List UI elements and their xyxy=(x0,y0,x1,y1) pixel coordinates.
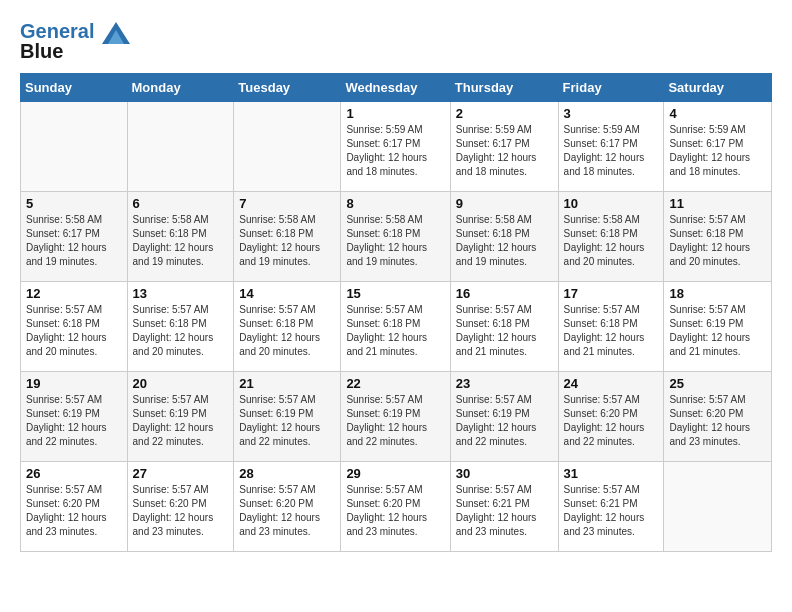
calendar-cell: 4Sunrise: 5:59 AM Sunset: 6:17 PM Daylig… xyxy=(664,101,772,191)
day-number: 4 xyxy=(669,106,766,121)
day-number: 16 xyxy=(456,286,553,301)
day-info: Sunrise: 5:58 AM Sunset: 6:18 PM Dayligh… xyxy=(133,213,229,269)
day-number: 27 xyxy=(133,466,229,481)
calendar-cell: 17Sunrise: 5:57 AM Sunset: 6:18 PM Dayli… xyxy=(558,281,664,371)
day-info: Sunrise: 5:58 AM Sunset: 6:18 PM Dayligh… xyxy=(456,213,553,269)
weekday-header: Tuesday xyxy=(234,73,341,101)
day-number: 15 xyxy=(346,286,444,301)
day-info: Sunrise: 5:57 AM Sunset: 6:21 PM Dayligh… xyxy=(456,483,553,539)
day-number: 18 xyxy=(669,286,766,301)
day-number: 31 xyxy=(564,466,659,481)
day-info: Sunrise: 5:57 AM Sunset: 6:20 PM Dayligh… xyxy=(346,483,444,539)
calendar-cell: 23Sunrise: 5:57 AM Sunset: 6:19 PM Dayli… xyxy=(450,371,558,461)
calendar-cell: 9Sunrise: 5:58 AM Sunset: 6:18 PM Daylig… xyxy=(450,191,558,281)
day-info: Sunrise: 5:57 AM Sunset: 6:19 PM Dayligh… xyxy=(669,303,766,359)
day-info: Sunrise: 5:57 AM Sunset: 6:19 PM Dayligh… xyxy=(456,393,553,449)
day-info: Sunrise: 5:59 AM Sunset: 6:17 PM Dayligh… xyxy=(346,123,444,179)
logo: General Blue xyxy=(20,20,130,63)
day-info: Sunrise: 5:57 AM Sunset: 6:20 PM Dayligh… xyxy=(133,483,229,539)
day-number: 22 xyxy=(346,376,444,391)
calendar-cell: 2Sunrise: 5:59 AM Sunset: 6:17 PM Daylig… xyxy=(450,101,558,191)
day-number: 21 xyxy=(239,376,335,391)
page-header: General Blue xyxy=(20,20,772,63)
day-number: 30 xyxy=(456,466,553,481)
calendar-cell: 27Sunrise: 5:57 AM Sunset: 6:20 PM Dayli… xyxy=(127,461,234,551)
day-number: 8 xyxy=(346,196,444,211)
calendar-cell: 18Sunrise: 5:57 AM Sunset: 6:19 PM Dayli… xyxy=(664,281,772,371)
day-number: 20 xyxy=(133,376,229,391)
day-number: 23 xyxy=(456,376,553,391)
calendar-cell xyxy=(21,101,128,191)
calendar-table: SundayMondayTuesdayWednesdayThursdayFrid… xyxy=(20,73,772,552)
day-info: Sunrise: 5:57 AM Sunset: 6:20 PM Dayligh… xyxy=(669,393,766,449)
weekday-header: Saturday xyxy=(664,73,772,101)
calendar-cell: 16Sunrise: 5:57 AM Sunset: 6:18 PM Dayli… xyxy=(450,281,558,371)
calendar-cell: 1Sunrise: 5:59 AM Sunset: 6:17 PM Daylig… xyxy=(341,101,450,191)
calendar-cell xyxy=(234,101,341,191)
day-number: 26 xyxy=(26,466,122,481)
day-number: 1 xyxy=(346,106,444,121)
day-info: Sunrise: 5:59 AM Sunset: 6:17 PM Dayligh… xyxy=(669,123,766,179)
calendar-cell: 25Sunrise: 5:57 AM Sunset: 6:20 PM Dayli… xyxy=(664,371,772,461)
calendar-week-row: 5Sunrise: 5:58 AM Sunset: 6:17 PM Daylig… xyxy=(21,191,772,281)
day-number: 2 xyxy=(456,106,553,121)
day-number: 3 xyxy=(564,106,659,121)
calendar-cell: 22Sunrise: 5:57 AM Sunset: 6:19 PM Dayli… xyxy=(341,371,450,461)
day-info: Sunrise: 5:58 AM Sunset: 6:18 PM Dayligh… xyxy=(346,213,444,269)
calendar-cell: 20Sunrise: 5:57 AM Sunset: 6:19 PM Dayli… xyxy=(127,371,234,461)
calendar-cell: 7Sunrise: 5:58 AM Sunset: 6:18 PM Daylig… xyxy=(234,191,341,281)
calendar-week-row: 1Sunrise: 5:59 AM Sunset: 6:17 PM Daylig… xyxy=(21,101,772,191)
day-number: 13 xyxy=(133,286,229,301)
calendar-cell: 29Sunrise: 5:57 AM Sunset: 6:20 PM Dayli… xyxy=(341,461,450,551)
day-number: 19 xyxy=(26,376,122,391)
day-number: 6 xyxy=(133,196,229,211)
weekday-header: Wednesday xyxy=(341,73,450,101)
day-number: 9 xyxy=(456,196,553,211)
day-number: 14 xyxy=(239,286,335,301)
weekday-header: Sunday xyxy=(21,73,128,101)
calendar-cell xyxy=(127,101,234,191)
day-info: Sunrise: 5:57 AM Sunset: 6:19 PM Dayligh… xyxy=(133,393,229,449)
day-number: 29 xyxy=(346,466,444,481)
day-info: Sunrise: 5:59 AM Sunset: 6:17 PM Dayligh… xyxy=(564,123,659,179)
calendar-cell xyxy=(664,461,772,551)
weekday-header: Friday xyxy=(558,73,664,101)
day-number: 28 xyxy=(239,466,335,481)
day-info: Sunrise: 5:57 AM Sunset: 6:19 PM Dayligh… xyxy=(346,393,444,449)
calendar-week-row: 26Sunrise: 5:57 AM Sunset: 6:20 PM Dayli… xyxy=(21,461,772,551)
calendar-cell: 21Sunrise: 5:57 AM Sunset: 6:19 PM Dayli… xyxy=(234,371,341,461)
day-number: 25 xyxy=(669,376,766,391)
calendar-cell: 28Sunrise: 5:57 AM Sunset: 6:20 PM Dayli… xyxy=(234,461,341,551)
day-number: 17 xyxy=(564,286,659,301)
day-info: Sunrise: 5:57 AM Sunset: 6:20 PM Dayligh… xyxy=(564,393,659,449)
calendar-cell: 6Sunrise: 5:58 AM Sunset: 6:18 PM Daylig… xyxy=(127,191,234,281)
day-info: Sunrise: 5:57 AM Sunset: 6:19 PM Dayligh… xyxy=(26,393,122,449)
calendar-week-row: 12Sunrise: 5:57 AM Sunset: 6:18 PM Dayli… xyxy=(21,281,772,371)
calendar-cell: 19Sunrise: 5:57 AM Sunset: 6:19 PM Dayli… xyxy=(21,371,128,461)
logo-icon xyxy=(102,22,130,44)
calendar-cell: 15Sunrise: 5:57 AM Sunset: 6:18 PM Dayli… xyxy=(341,281,450,371)
calendar-cell: 11Sunrise: 5:57 AM Sunset: 6:18 PM Dayli… xyxy=(664,191,772,281)
day-info: Sunrise: 5:58 AM Sunset: 6:18 PM Dayligh… xyxy=(239,213,335,269)
day-info: Sunrise: 5:59 AM Sunset: 6:17 PM Dayligh… xyxy=(456,123,553,179)
calendar-cell: 5Sunrise: 5:58 AM Sunset: 6:17 PM Daylig… xyxy=(21,191,128,281)
day-number: 7 xyxy=(239,196,335,211)
calendar-cell: 12Sunrise: 5:57 AM Sunset: 6:18 PM Dayli… xyxy=(21,281,128,371)
day-info: Sunrise: 5:57 AM Sunset: 6:18 PM Dayligh… xyxy=(669,213,766,269)
calendar-cell: 13Sunrise: 5:57 AM Sunset: 6:18 PM Dayli… xyxy=(127,281,234,371)
day-info: Sunrise: 5:57 AM Sunset: 6:19 PM Dayligh… xyxy=(239,393,335,449)
day-number: 12 xyxy=(26,286,122,301)
weekday-header: Thursday xyxy=(450,73,558,101)
day-info: Sunrise: 5:57 AM Sunset: 6:20 PM Dayligh… xyxy=(239,483,335,539)
day-info: Sunrise: 5:57 AM Sunset: 6:21 PM Dayligh… xyxy=(564,483,659,539)
calendar-cell: 24Sunrise: 5:57 AM Sunset: 6:20 PM Dayli… xyxy=(558,371,664,461)
weekday-header: Monday xyxy=(127,73,234,101)
calendar-cell: 30Sunrise: 5:57 AM Sunset: 6:21 PM Dayli… xyxy=(450,461,558,551)
day-number: 5 xyxy=(26,196,122,211)
day-number: 10 xyxy=(564,196,659,211)
calendar-cell: 26Sunrise: 5:57 AM Sunset: 6:20 PM Dayli… xyxy=(21,461,128,551)
calendar-week-row: 19Sunrise: 5:57 AM Sunset: 6:19 PM Dayli… xyxy=(21,371,772,461)
day-info: Sunrise: 5:57 AM Sunset: 6:20 PM Dayligh… xyxy=(26,483,122,539)
calendar-header-row: SundayMondayTuesdayWednesdayThursdayFrid… xyxy=(21,73,772,101)
day-info: Sunrise: 5:57 AM Sunset: 6:18 PM Dayligh… xyxy=(346,303,444,359)
